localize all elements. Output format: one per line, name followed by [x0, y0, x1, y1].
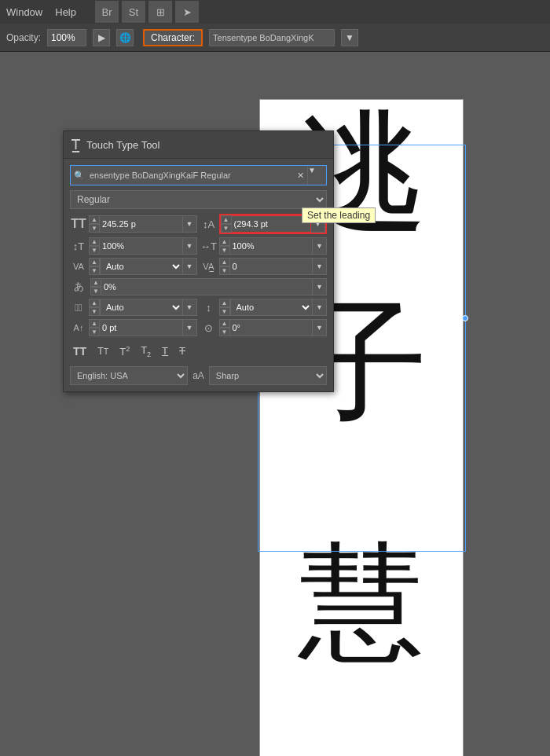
leading-dropdown[interactable]: ▼	[311, 215, 325, 233]
tracking-dropdown[interactable]: ▼	[313, 258, 327, 275]
font-search-row: 🔍 ✕ ▼	[70, 165, 327, 185]
rotation-icon: ⊙	[200, 322, 218, 334]
language-select[interactable]: English: USA	[70, 366, 188, 385]
font-search-input[interactable]	[88, 171, 294, 180]
kerning-up[interactable]: ▲	[89, 258, 100, 266]
baseline-spinbox: ▲ ▼ Auto ▼	[89, 299, 197, 316]
typo-btn-subscript[interactable]: T2	[138, 343, 154, 360]
leading-down[interactable]: ▼	[221, 224, 232, 233]
arrow-icon[interactable]: ➤	[175, 1, 199, 23]
tsume-up[interactable]: ▲	[90, 278, 101, 287]
horiz-scale-spinbox: ▲ ▼ ▼	[219, 237, 328, 255]
rotation-dropdown[interactable]: ▼	[313, 319, 327, 336]
char-shift-dropdown[interactable]: ▼	[183, 319, 197, 336]
lang-row: English: USA aA Sharp	[70, 366, 327, 385]
horiz-scale-value[interactable]	[230, 237, 314, 255]
leading-group: ↕A ▲ ▼ ▼	[200, 214, 328, 234]
kerning-value[interactable]: Auto	[100, 258, 183, 275]
vert-scale-up[interactable]: ▲	[89, 237, 100, 246]
tsume-value[interactable]	[101, 278, 313, 295]
type-tool-icon: T̲	[72, 136, 80, 153]
char-shift-group: A↑ ▲ ▼ ▼	[70, 319, 197, 336]
panel-header: T̲ Touch Type Tool	[64, 131, 333, 159]
font-search-icon: 🔍	[71, 171, 88, 181]
font-clear-icon[interactable]: ✕	[294, 171, 307, 181]
vspace-icon: ↕	[200, 302, 218, 314]
horiz-scale-down[interactable]: ▼	[219, 246, 230, 255]
horiz-scale-up[interactable]: ▲	[219, 237, 230, 246]
tracking-value[interactable]	[230, 258, 314, 275]
workspace-icon[interactable]: ⊞	[148, 1, 172, 23]
tracking-up[interactable]: ▲	[219, 258, 230, 266]
font-dropdown[interactable]: ▼	[307, 166, 326, 185]
rotation-group: ⊙ ▲ ▼ ▼	[200, 319, 328, 336]
char-shift-value[interactable]	[100, 319, 183, 336]
font-size-value[interactable]	[100, 215, 183, 233]
opacity-arrow[interactable]: ▶	[93, 29, 110, 46]
font-size-dropdown[interactable]: ▼	[183, 215, 197, 233]
kerning-down[interactable]: ▼	[89, 266, 100, 275]
typo-btn-strikethrough[interactable]: T	[176, 343, 189, 358]
char-shift-up[interactable]: ▲	[89, 319, 100, 328]
globe-icon[interactable]: 🌐	[116, 29, 134, 46]
leading-value[interactable]	[232, 215, 312, 233]
kerning-arrows: ▲ ▼	[89, 258, 100, 275]
font-dropdown-arrow[interactable]: ▼	[341, 29, 358, 46]
vspace-group: ↕ ▲ ▼ Auto ▼	[200, 299, 328, 316]
baseline-dropdown[interactable]: ▼	[183, 299, 197, 316]
st-icon[interactable]: St	[122, 1, 145, 23]
vert-scale-value[interactable]	[100, 237, 183, 255]
vspace-value[interactable]: Auto	[230, 299, 314, 316]
font-size-down[interactable]: ▼	[89, 224, 100, 233]
baseline-down[interactable]: ▼	[89, 307, 100, 316]
baseline-value[interactable]: Auto	[100, 299, 183, 316]
char-3: 慧	[260, 540, 463, 666]
vspace-dropdown[interactable]: ▼	[313, 299, 327, 316]
style-select[interactable]: Regular	[70, 190, 327, 209]
baseline-icon: あ̲	[70, 302, 87, 314]
character-button[interactable]: Character:	[143, 29, 203, 46]
tsume-down[interactable]: ▼	[90, 287, 101, 295]
vspace-up[interactable]: ▲	[219, 299, 230, 307]
typo-btn-underline[interactable]: T	[159, 343, 171, 358]
rotation-value[interactable]	[230, 319, 314, 336]
leading-up[interactable]: ▲	[221, 215, 232, 224]
vert-scale-down[interactable]: ▼	[89, 246, 100, 255]
typo-btn-tt-small[interactable]: TT	[94, 343, 112, 358]
vert-scale-spinbox: ▲ ▼ ▼	[89, 237, 197, 255]
tracking-down[interactable]: ▼	[219, 266, 230, 275]
horiz-scale-group: ↔T ▲ ▼ ▼	[200, 237, 328, 255]
kerning-icon: VA	[70, 262, 87, 271]
vspace-down[interactable]: ▼	[219, 307, 230, 316]
br-icon[interactable]: Br	[95, 1, 119, 23]
leading-spinbox: ▲ ▼ ▼	[219, 214, 328, 234]
tsume-arrows: ▲ ▼	[90, 278, 101, 295]
font-size-up[interactable]: ▲	[89, 215, 100, 224]
baseline-group: あ̲ ▲ ▼ Auto ▼	[70, 299, 197, 316]
typo-btn-superscript[interactable]: T2	[116, 343, 133, 359]
char-shift-icon: A↑	[70, 323, 87, 332]
tsume-dropdown[interactable]: ▼	[313, 278, 327, 295]
opacity-label: Opacity:	[6, 32, 41, 43]
vspace-arrows: ▲ ▼	[219, 299, 230, 316]
rotation-down[interactable]: ▼	[219, 328, 230, 336]
opacity-input[interactable]	[47, 29, 86, 46]
menu-help[interactable]: Help	[55, 6, 76, 18]
tsume-icon: あ	[70, 280, 87, 294]
typo-btn-tt-caps[interactable]: TT	[70, 343, 90, 359]
baseline-up[interactable]: ▲	[89, 299, 100, 307]
aa-select[interactable]: Sharp	[209, 366, 327, 385]
horiz-scale-dropdown[interactable]: ▼	[313, 237, 327, 255]
rotation-up[interactable]: ▲	[219, 319, 230, 328]
font-size-group: TT ▲ ▼ ▼	[70, 214, 197, 234]
kerning-group: VA ▲ ▼ Auto ▼	[70, 258, 197, 275]
selection-handle[interactable]	[462, 315, 468, 321]
char-shift-down[interactable]: ▼	[89, 328, 100, 336]
controls-grid-5: A↑ ▲ ▼ ▼ ⊙ ▲ ▼	[70, 319, 327, 336]
leading-arrows: ▲ ▼	[221, 215, 232, 233]
menu-window[interactable]: Window	[6, 6, 42, 18]
kerning-dropdown[interactable]: ▼	[183, 258, 197, 275]
vert-scale-dropdown[interactable]: ▼	[183, 237, 197, 255]
font-name-header[interactable]	[209, 29, 335, 46]
vert-scale-icon: ↕T	[70, 240, 87, 252]
